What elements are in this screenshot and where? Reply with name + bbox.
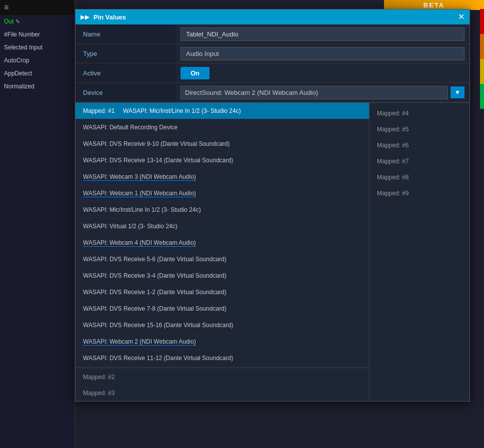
sidebar-item-autocrop[interactable]: AutoCrop (0, 54, 74, 67)
device-value: DirectSound: Webcam 2 (NDI Webcam Audio) (185, 89, 318, 96)
dropdown-item-5[interactable]: WASAPI: Webcam 1 (NDI Webcam Audio) (76, 185, 369, 202)
strip-red (480, 9, 484, 34)
dropdown-item-9[interactable]: WASAPI: DVS Receive 5-6 (Dante Virtual S… (76, 251, 369, 268)
name-row: Name (76, 24, 470, 44)
type-row: Type Audio Input (76, 44, 470, 63)
menu-icon[interactable]: ≡ (4, 3, 8, 12)
name-label: Name (76, 24, 176, 43)
dropdown-item-11[interactable]: WASAPI: DVS Receive 1-2 (Dante Virtual S… (76, 284, 369, 301)
beta-bar: BETA (384, 0, 484, 10)
mapped-item-7[interactable]: Mapped: #7 (370, 153, 470, 169)
form-section: Name Type Audio Input Active On Device D… (76, 24, 470, 102)
dropdown-item-1[interactable]: WASAPI: Default Recording Device (76, 119, 369, 136)
mapped-item-5[interactable]: Mapped: #5 (370, 121, 470, 137)
mapped-item-2[interactable]: Mapped: #2 (76, 369, 369, 385)
title-bar-left: ▶▶ Pin Values (80, 13, 126, 21)
dropdown-right: Mapped: #4 Mapped: #5 Mapped: #6 Mapped:… (370, 103, 470, 401)
mapped-item-4[interactable]: Mapped: #4 (370, 105, 470, 121)
sidebar-normalized-label: Normalized (4, 83, 34, 90)
mapped-item-6[interactable]: Mapped: #6 (370, 137, 470, 153)
sidebar-autocrop-label: AutoCrop (4, 57, 30, 64)
title-bar: ▶▶ Pin Values ✕ (76, 9, 470, 24)
strip-yellow (480, 59, 484, 84)
close-button[interactable]: ✕ (458, 13, 464, 21)
sidebar-top-bar: ≡ (0, 0, 74, 15)
dropdown-item-6[interactable]: WASAPI: Mic/Inst/Line In 1/2 (3- Studio … (76, 202, 369, 218)
separator (76, 368, 369, 368)
sidebar-item-selectedinput[interactable]: Selected Input (0, 41, 74, 54)
sidebar-item-filenumber[interactable]: #File Number (0, 28, 74, 41)
title-bar-icon: ▶▶ (80, 13, 90, 20)
active-label: Active (76, 63, 176, 82)
active-row: Active On (76, 63, 470, 83)
pin-values-window: ▶▶ Pin Values ✕ Name Type Audio Input Ac… (75, 9, 470, 402)
right-color-strip (480, 9, 484, 109)
sidebar-appdetect-label: AppDetect (4, 70, 32, 77)
sidebar-item-normalized[interactable]: Normalized (0, 80, 74, 93)
dropdown-item-7[interactable]: WASAPI: Virtual 1/2 (3- Studio 24c) (76, 218, 369, 235)
mapped-item-9[interactable]: Mapped: #9 (370, 185, 470, 201)
dropdown-item-12[interactable]: WASAPI: DVS Receive 7-8 (Dante Virtual S… (76, 301, 369, 317)
dropdown-container: Mapped: #1 WASAPI: Mic/Inst/Line In 1/2 … (76, 102, 470, 401)
selected-mapped: Mapped: #1 WASAPI: Mic/Inst/Line In 1/2 … (83, 107, 241, 114)
sidebar-item-out[interactable]: Out ✎ (0, 15, 74, 28)
window-title: Pin Values (94, 13, 126, 21)
sidebar-out-label: Out (4, 18, 14, 25)
edit-icon: ✎ (16, 18, 20, 25)
device-dropdown-arrow[interactable]: ▼ (450, 86, 464, 98)
dropdown-item-15[interactable]: WASAPI: DVS Receive 11-12 (Dante Virtual… (76, 350, 369, 367)
mapped-item-8[interactable]: Mapped: #8 (370, 169, 470, 185)
device-row: Device DirectSound: Webcam 2 (NDI Webcam… (76, 83, 470, 102)
dropdown-item-3[interactable]: WASAPI: DVS Receive 13-14 (Dante Virtual… (76, 152, 369, 169)
dropdown-left: Mapped: #1 WASAPI: Mic/Inst/Line In 1/2 … (76, 103, 370, 401)
dropdown-item-8[interactable]: WASAPI: Webcam 4 (NDI Webcam Audio) (76, 235, 369, 251)
strip-orange (480, 34, 484, 59)
active-toggle[interactable]: On (180, 67, 210, 79)
dropdown-item-2[interactable]: WASAPI: DVS Receive 9-10 (Dante Virtual … (76, 136, 369, 152)
type-label: Type (76, 44, 176, 63)
sidebar-item-appdetect[interactable]: AppDetect (0, 67, 74, 80)
dropdown-item-10[interactable]: WASAPI: DVS Receive 3-4 (Dante Virtual S… (76, 268, 369, 284)
device-row-value: DirectSound: Webcam 2 (NDI Webcam Audio)… (176, 84, 470, 101)
dropdown-item-13[interactable]: WASAPI: DVS Receive 15-16 (Dante Virtual… (76, 317, 369, 334)
dropdown-item-4[interactable]: WASAPI: Webcam 3 (NDI Webcam Audio) (76, 169, 369, 185)
beta-label: BETA (424, 1, 444, 9)
mapped-item-3[interactable]: Mapped: #3 (76, 385, 369, 401)
device-select[interactable]: DirectSound: Webcam 2 (NDI Webcam Audio) (180, 86, 448, 99)
name-input[interactable] (180, 27, 464, 41)
dropdown-item-14[interactable]: WASAPI: Webcam 2 (NDI Webcam Audio) (76, 334, 369, 350)
strip-green (480, 84, 484, 109)
sidebar: ≡ Out ✎ #File Number Selected Input Auto… (0, 0, 75, 448)
type-value: Audio Input (180, 47, 464, 60)
device-label: Device (76, 83, 176, 102)
sidebar-selectedinput-label: Selected Input (4, 44, 42, 51)
sidebar-filenumber-label: #File Number (4, 31, 40, 38)
dropdown-selected-item[interactable]: Mapped: #1 WASAPI: Mic/Inst/Line In 1/2 … (76, 103, 369, 119)
